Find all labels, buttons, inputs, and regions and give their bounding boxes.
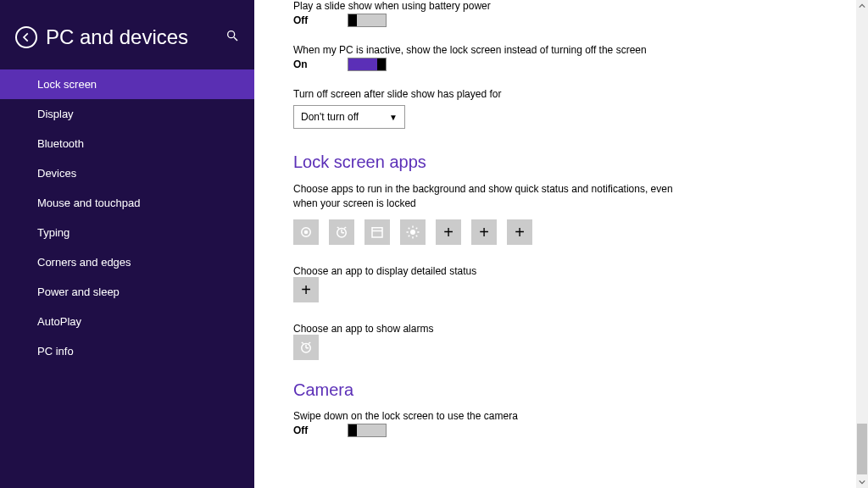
svg-line-16 (409, 227, 410, 229)
circle-icon (298, 225, 314, 240)
slideshow-battery-label: Play a slide show when using battery pow… (293, 0, 829, 12)
svg-line-18 (409, 235, 410, 236)
sidebar-item-autoplay[interactable]: AutoPlay (0, 307, 254, 336)
camera-desc: Swipe down on the lock screen to use the… (293, 410, 829, 422)
plus-icon: + (479, 224, 489, 241)
chevron-down-icon: ▼ (389, 113, 398, 122)
quick-status-app-tiles: + + + (293, 219, 829, 245)
sidebar-item-bluetooth[interactable]: Bluetooth (0, 129, 254, 158)
scrollbar[interactable] (856, 0, 868, 488)
plus-icon: + (515, 224, 525, 241)
slideshow-battery-value: Off (293, 14, 324, 26)
inactive-lockscreen-toggle[interactable] (348, 58, 387, 71)
page-title: PC and devices (46, 25, 225, 49)
inactive-lockscreen-row: On (293, 58, 829, 71)
app-tile-add-2[interactable]: + (471, 219, 497, 245)
alarms-app-tiles (293, 335, 829, 360)
sidebar-item-devices[interactable]: Devices (0, 158, 254, 188)
svg-line-1 (234, 37, 237, 41)
sidebar-item-lock-screen[interactable]: Lock screen (0, 69, 254, 99)
scroll-thumb[interactable] (857, 424, 867, 474)
back-button[interactable] (15, 26, 37, 48)
sidebar-item-power-sleep[interactable]: Power and sleep (0, 277, 254, 307)
sidebar-item-corners-edges[interactable]: Corners and edges (0, 247, 254, 277)
lock-screen-apps-title: Lock screen apps (293, 152, 829, 172)
svg-line-19 (416, 227, 418, 229)
svg-line-23 (302, 342, 303, 344)
toggle-knob (348, 424, 357, 436)
search-icon (225, 29, 239, 42)
camera-toggle[interactable] (348, 424, 387, 437)
alarm-icon (334, 225, 349, 240)
main-content: Play a slide show when using battery pow… (254, 0, 868, 488)
camera-title: Camera (293, 380, 829, 400)
sidebar-item-typing[interactable]: Typing (0, 218, 254, 247)
svg-point-3 (304, 230, 309, 234)
detailed-status-add[interactable]: + (293, 277, 319, 302)
sidebar-item-pc-info[interactable]: PC info (0, 336, 254, 366)
svg-point-11 (410, 230, 415, 235)
camera-value: Off (293, 424, 324, 436)
scroll-up-button[interactable] (856, 0, 868, 12)
detailed-status-label: Choose an app to display detailed status (293, 265, 829, 277)
camera-row: Off (293, 424, 829, 437)
plus-icon: + (301, 281, 311, 298)
svg-line-24 (309, 342, 310, 344)
search-button[interactable] (225, 29, 239, 46)
lock-screen-apps-desc: Choose apps to run in the background and… (293, 182, 683, 211)
alarm-icon (298, 340, 314, 355)
app-tile-2[interactable] (329, 219, 354, 245)
sidebar-item-display[interactable]: Display (0, 99, 254, 129)
turnoff-after-select[interactable]: Don't turn off ▼ (293, 105, 405, 129)
slideshow-battery-toggle[interactable] (348, 14, 387, 27)
sidebar-item-mouse-touchpad[interactable]: Mouse and touchpad (0, 188, 254, 218)
toggle-knob (348, 14, 357, 26)
app-tile-1[interactable] (293, 219, 319, 245)
app-tile-4[interactable] (400, 219, 426, 245)
svg-point-0 (228, 31, 235, 38)
plus-icon: + (443, 224, 453, 241)
alarms-app-label: Choose an app to show alarms (293, 323, 829, 335)
chevron-down-icon (859, 479, 865, 485)
toggle-knob (377, 58, 386, 70)
inactive-lockscreen-value: On (293, 58, 324, 70)
app-tile-3[interactable] (364, 219, 390, 245)
svg-line-17 (416, 235, 418, 236)
sidebar: PC and devices Lock screen Display Bluet… (0, 0, 254, 488)
svg-line-8 (344, 227, 346, 229)
back-arrow-icon (20, 31, 32, 43)
sidebar-header: PC and devices (0, 0, 254, 69)
sidebar-nav: Lock screen Display Bluetooth Devices Mo… (0, 69, 254, 366)
calendar-icon (370, 225, 385, 240)
svg-line-7 (337, 227, 339, 229)
alarms-app-tile[interactable] (293, 335, 319, 360)
svg-rect-9 (372, 227, 382, 236)
scroll-down-button[interactable] (856, 476, 868, 488)
slideshow-battery-row: Off (293, 14, 829, 27)
chevron-up-icon (859, 3, 865, 9)
inactive-lockscreen-label: When my PC is inactive, show the lock sc… (293, 44, 829, 56)
turnoff-after-label: Turn off screen after slide show has pla… (293, 88, 829, 100)
app-tile-add-1[interactable]: + (436, 219, 461, 245)
detailed-status-tiles: + (293, 277, 829, 302)
turnoff-after-selected: Don't turn off (301, 111, 359, 123)
app-tile-add-3[interactable]: + (507, 219, 532, 245)
sun-icon (405, 225, 420, 240)
